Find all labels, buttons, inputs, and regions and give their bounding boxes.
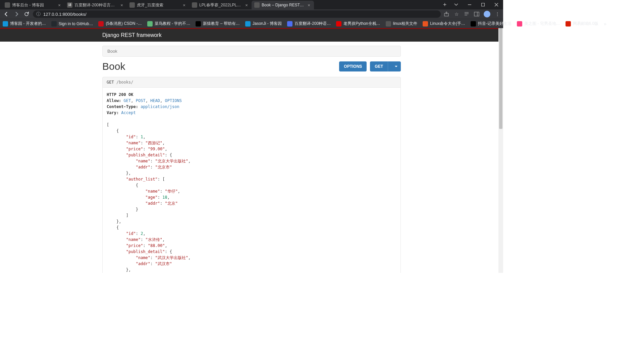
drf-brand-link[interactable]: Django REST framework xyxy=(102,32,162,38)
window-controls xyxy=(449,0,503,9)
get-button[interactable]: GET xyxy=(370,61,401,71)
url-field[interactable]: ⓘ 127.0.0.1:8000/books/ xyxy=(33,10,441,18)
request-line: GET /books/ xyxy=(102,77,401,88)
tab-favicon-icon xyxy=(192,2,197,8)
bookmark-label: linux相关文件 xyxy=(393,21,418,27)
bookmark-label: 美之图 - 宅男圣地… xyxy=(524,21,560,27)
bookmark-item[interactable]: 百度翻译-200种语… xyxy=(287,21,331,27)
minimize-button[interactable] xyxy=(463,0,476,9)
vertical-scrollbar[interactable] xyxy=(498,28,503,273)
tab-title: LPL春季赛_2022LPL职业联赛视… xyxy=(199,2,242,8)
chevron-down-icon xyxy=(395,66,397,67)
bookmark-item[interactable]: 新猿教育 – 帮助有… xyxy=(196,21,239,27)
window-drop-icon[interactable] xyxy=(449,0,463,9)
bookmark-favicon-icon xyxy=(517,21,522,27)
bookmark-favicon-icon xyxy=(98,21,104,27)
breadcrumb-item[interactable]: Book xyxy=(107,49,117,54)
reading-list-icon[interactable] xyxy=(464,11,470,17)
forward-button[interactable] xyxy=(13,10,20,18)
tab-title: Book – Django REST framewor… xyxy=(262,3,305,7)
bookmark-label: 网易邮箱6.0版 xyxy=(573,21,599,27)
bookmarks-bar: 博客园 - 开发者的…Sign in to GitHub…(5条消息) CSDN… xyxy=(0,19,503,28)
bookmark-item[interactable]: 老男孩Python全栈… xyxy=(336,21,380,27)
request-method: GET xyxy=(107,80,114,85)
reload-button[interactable] xyxy=(23,10,30,18)
close-window-button[interactable] xyxy=(490,0,503,9)
bookmark-label: Linux命令大全(手… xyxy=(430,21,465,27)
get-dropdown-caret[interactable] xyxy=(391,63,401,70)
url-text: 127.0.0.1:8000/books/ xyxy=(43,12,87,17)
tab-close-icon[interactable]: × xyxy=(182,3,186,7)
bookmark-item[interactable]: Sign in to GitHub… xyxy=(51,21,93,27)
browser-tab[interactable]: 译 百度翻译-200种语言互译、沟通… × xyxy=(64,1,127,9)
request-path: /books/ xyxy=(116,80,133,85)
response-block: HTTP 200 OK Allow: GET, POST, HEAD, OPTI… xyxy=(102,88,401,273)
bookmark-label: 新猿教育 – 帮助有… xyxy=(203,21,239,27)
browser-tab[interactable]: 博客后台 - 博客园 × xyxy=(2,1,64,9)
page-content: Django REST framework Book Book OPTIONS … xyxy=(0,28,503,273)
site-info-icon[interactable]: ⓘ xyxy=(36,11,41,17)
tabs-strip: 博客后台 - 博客园 × 译 百度翻译-200种语言互译、沟通… × 虎牙_百度… xyxy=(0,0,440,9)
tab-close-icon[interactable]: × xyxy=(244,3,249,7)
bookmark-label: 百度翻译-200种语… xyxy=(294,21,331,27)
bookmarks-overflow-icon[interactable]: » xyxy=(604,21,606,27)
tab-close-icon[interactable]: × xyxy=(307,3,311,7)
bookmark-item[interactable]: linux相关文件 xyxy=(386,21,418,27)
browser-window: 博客后台 - 博客园 × 译 百度翻译-200种语言互译、沟通… × 虎牙_百度… xyxy=(0,0,503,273)
bookmark-favicon-icon xyxy=(336,21,341,27)
bookmark-favicon-icon xyxy=(386,21,391,27)
bookmark-label: Sign in to GitHub… xyxy=(59,21,93,26)
tab-title: 虎牙_百度搜索 xyxy=(137,2,180,8)
options-button[interactable]: OPTIONS xyxy=(339,61,367,71)
drf-navbar: Django REST framework xyxy=(0,29,503,42)
bookmark-favicon-icon xyxy=(471,21,476,27)
bookmark-favicon-icon xyxy=(3,21,8,27)
browser-menu-icon[interactable]: ⋮ xyxy=(494,11,500,17)
back-button[interactable] xyxy=(3,10,10,18)
bookmark-label: 抖音-记录美好生活 xyxy=(478,21,512,27)
address-bar: ⓘ 127.0.0.1:8000/books/ ☆ ⋮ xyxy=(0,9,503,19)
browser-tab[interactable]: Book – Django REST framewor… × xyxy=(252,1,314,9)
svg-rect-1 xyxy=(482,3,485,6)
page-title: Book xyxy=(102,61,125,72)
titlebar: 博客后台 - 博客园 × 译 百度翻译-200种语言互译、沟通… × 虎牙_百度… xyxy=(0,0,503,9)
tab-close-icon[interactable]: × xyxy=(57,3,62,7)
bookmark-favicon-icon xyxy=(566,21,571,27)
bookmark-item[interactable]: 抖音-记录美好生活 xyxy=(471,21,512,27)
browser-tab[interactable]: 虎牙_百度搜索 × xyxy=(127,1,189,9)
bookmark-item[interactable]: 菜鸟教程 - 学的不… xyxy=(147,21,191,27)
tab-favicon-icon xyxy=(129,2,135,8)
bookmark-favicon-icon xyxy=(196,21,201,27)
browser-tab[interactable]: LPL春季赛_2022LPL职业联赛视… × xyxy=(189,1,252,9)
get-button-label: GET xyxy=(370,61,388,71)
bookmark-favicon-icon xyxy=(147,21,153,27)
bookmark-item[interactable]: (5条消息) CSDN -… xyxy=(98,21,142,27)
share-icon[interactable] xyxy=(443,11,449,17)
tab-title: 百度翻译-200种语言互译、沟通… xyxy=(74,2,117,8)
bookmark-favicon-icon xyxy=(51,21,57,27)
side-panel-icon[interactable] xyxy=(474,11,480,17)
bookmark-label: JasonJi - 博客园 xyxy=(253,21,282,27)
bookmark-favicon-icon xyxy=(423,21,428,27)
bookmark-item[interactable]: 网易邮箱6.0版 xyxy=(566,21,599,27)
tab-favicon-icon xyxy=(5,2,10,8)
svg-rect-8 xyxy=(474,12,479,16)
bookmark-label: (5条消息) CSDN -… xyxy=(106,21,142,27)
maximize-button[interactable] xyxy=(476,0,490,9)
bookmark-item[interactable]: 美之图 - 宅男圣地… xyxy=(517,21,560,27)
bookmark-item[interactable]: 博客园 - 开发者的… xyxy=(3,21,46,27)
bookmark-item[interactable]: JasonJi - 博客园 xyxy=(245,21,282,27)
bookmark-label: 老男孩Python全栈… xyxy=(343,21,380,27)
tab-close-icon[interactable]: × xyxy=(119,3,124,7)
tab-favicon-icon xyxy=(254,2,260,8)
response-body: HTTP 200 OK Allow: GET, POST, HEAD, OPTI… xyxy=(107,92,396,273)
profile-avatar-icon[interactable] xyxy=(484,11,490,17)
bookmark-label: 博客园 - 开发者的… xyxy=(10,21,46,27)
bookmark-item[interactable]: Linux命令大全(手… xyxy=(423,21,465,27)
tab-favicon-icon: 译 xyxy=(67,2,72,8)
bookmark-favicon-icon xyxy=(245,21,251,27)
action-buttons: OPTIONS GET xyxy=(339,61,401,71)
scrollbar-thumb[interactable] xyxy=(499,28,502,129)
new-tab-button[interactable]: + xyxy=(440,0,449,9)
bookmark-star-icon[interactable]: ☆ xyxy=(453,11,460,17)
